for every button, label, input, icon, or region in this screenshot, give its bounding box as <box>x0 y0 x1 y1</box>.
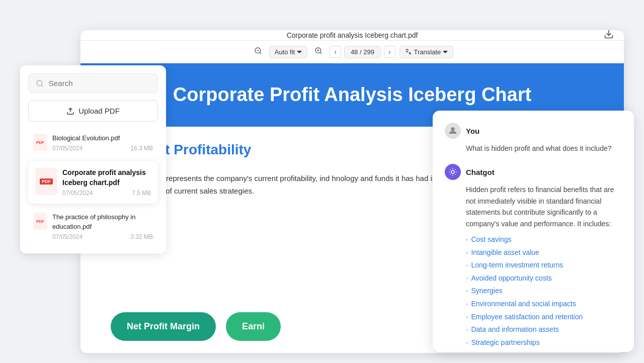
file-icon-active: PDF <box>35 168 57 195</box>
list-item[interactable]: PDF Corporate profit analysis Iceberg ch… <box>28 161 158 204</box>
file-icon: PDF <box>33 134 47 151</box>
user-avatar <box>445 123 461 139</box>
pdf-main-title: Corporate Profit Analysis Iceberg Chart <box>111 83 594 107</box>
page-navigation: ‹ 48 / 299 › <box>330 46 395 58</box>
file-name: Biological Evolution.pdf <box>52 134 153 143</box>
ai-name: Chatgot <box>466 168 495 176</box>
bullet: · <box>466 259 468 272</box>
auto-fit-button[interactable]: Auto fit <box>269 46 307 58</box>
prev-page-button[interactable]: ‹ <box>330 46 341 58</box>
search-icon <box>36 79 44 87</box>
list-item[interactable]: PDF The practice of philosophy in educat… <box>28 208 158 245</box>
bullet: · <box>466 349 468 352</box>
file-info: Biological Evolution.pdf 07/05/2024 16.3… <box>52 134 153 152</box>
file-size: 16.3 MB <box>130 145 153 152</box>
svg-line-5 <box>320 52 321 54</box>
auto-fit-label: Auto fit <box>275 48 295 56</box>
ai-list: ·Cost savings·Intangible asset value·Lon… <box>445 233 622 352</box>
earnings-pill: Earni <box>226 312 281 341</box>
translate-button[interactable]: Translate <box>399 46 454 58</box>
chat-list-item: ·Risk management benefits <box>466 349 622 352</box>
bullet: · <box>466 233 468 246</box>
ai-avatar <box>445 164 461 180</box>
next-page-button[interactable]: › <box>384 46 395 58</box>
file-icon: PDF <box>33 213 47 230</box>
bullet: · <box>466 336 468 349</box>
chat-list-item: ·Strategic partnerships <box>466 336 622 349</box>
ai-response: Hidden profit refers to financial benefi… <box>445 184 622 229</box>
upload-label: Upload PDF <box>78 107 120 115</box>
pdf-download-button[interactable] <box>604 30 614 42</box>
file-info: The practice of philosophy in education.… <box>52 213 153 240</box>
file-name-active: Corporate profit analysis Iceberg chart.… <box>62 168 151 188</box>
translate-label: Translate <box>414 48 441 56</box>
svg-point-12 <box>451 127 455 131</box>
bullet: · <box>466 272 468 285</box>
bullet: · <box>466 285 468 298</box>
chat-list-item: ·Data and information assets <box>466 323 622 336</box>
chat-list-item: ·Intangible asset value <box>466 246 622 259</box>
file-date: 07/05/2024 <box>52 145 83 152</box>
bullet: · <box>466 298 468 311</box>
upload-icon <box>66 107 74 115</box>
file-meta: 07/05/2024 3.32 MB <box>52 233 153 240</box>
user-question: What is hidden profit and what does it i… <box>445 143 622 154</box>
user-message: You What is hidden profit and what does … <box>445 123 622 154</box>
search-input[interactable] <box>49 79 150 87</box>
file-list: PDF Biological Evolution.pdf 07/05/2024 … <box>28 129 158 245</box>
svg-line-2 <box>260 52 261 54</box>
user-sender: You <box>445 123 622 139</box>
search-bar[interactable] <box>28 73 158 93</box>
bullet: · <box>466 323 468 336</box>
pdf-filename: Corporate profit analysis Iceberg chart.… <box>287 31 418 39</box>
chat-list-item: ·Long-term investment returns <box>466 259 622 272</box>
chat-list-item: ·Cost savings <box>466 233 622 246</box>
chat-list-item: ·Avoided opportunity costs <box>466 272 622 285</box>
file-info-active: Corporate profit analysis Iceberg chart.… <box>62 168 151 197</box>
svg-point-13 <box>451 170 454 173</box>
ai-sender: Chatgot <box>445 164 622 180</box>
pdf-controls-bar: Auto fit ‹ 48 / 299 › Translate <box>80 41 624 63</box>
svg-line-10 <box>41 85 43 86</box>
bullet: · <box>466 246 468 259</box>
file-meta-active: 07/05/2024 7.5 MB <box>62 190 151 197</box>
sidebar: Upload PDF PDF Biological Evolution.pdf … <box>20 65 166 253</box>
file-meta: 07/05/2024 16.3 MB <box>52 145 153 152</box>
chat-list-item: ·Environmental and social impacts <box>466 298 622 311</box>
chat-list-item: ·Employee satisfaction and retention <box>466 311 622 324</box>
list-item[interactable]: PDF Biological Evolution.pdf 07/05/2024 … <box>28 129 158 157</box>
zoom-out-button[interactable] <box>251 45 265 59</box>
svg-point-9 <box>37 80 42 86</box>
zoom-in-button[interactable] <box>311 45 326 59</box>
ai-message: Chatgot Hidden profit refers to financia… <box>445 164 622 352</box>
pdf-toolbar: Corporate profit analysis Iceberg chart.… <box>80 30 624 41</box>
file-date-active: 07/05/2024 <box>62 190 93 197</box>
chat-list-item: ·Synergies <box>466 285 622 298</box>
file-date: 07/05/2024 <box>52 233 83 240</box>
net-profit-pill: Net Profit Margin <box>111 312 216 341</box>
file-name: The practice of philosophy in education.… <box>52 213 153 231</box>
upload-pdf-button[interactable]: Upload PDF <box>28 100 158 122</box>
file-size: 3.32 MB <box>130 233 153 240</box>
user-name: You <box>466 127 479 135</box>
bullet: · <box>466 311 468 324</box>
file-size-active: 7.5 MB <box>132 190 151 197</box>
chat-panel: You What is hidden profit and what does … <box>433 111 634 352</box>
page-indicator: 48 / 299 <box>344 46 381 58</box>
